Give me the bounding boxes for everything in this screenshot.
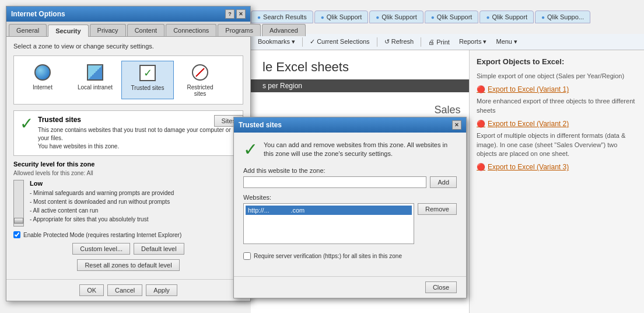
close-button[interactable]: ✕ [236, 9, 246, 19]
protected-mode-row: Enable Protected Mode (requires restarti… [13, 231, 243, 238]
trusted-titlebar-buttons: ✕ [452, 120, 461, 130]
internet-icon [33, 63, 52, 82]
level-container: Low - Minimal safeguards and warning pro… [13, 180, 243, 227]
tab-privacy[interactable]: Privacy [90, 24, 126, 36]
level-name: Low [30, 180, 243, 187]
protected-mode-checkbox[interactable] [13, 231, 20, 238]
restricted-icon [191, 63, 209, 82]
intranet-icon-shape [87, 64, 103, 81]
export-link-2[interactable]: 🔴 Export to Excel (Variant 2) [477, 120, 637, 128]
protected-mode-label: Enable Protected Mode (requires restarti… [23, 232, 181, 238]
level-text: Low - Minimal safeguards and warning pro… [30, 180, 243, 224]
trusted-info-container: ✓ Trusted sites This zone contains websi… [13, 110, 243, 156]
dialog-tab-bar: General Security Privacy Content Connect… [6, 22, 250, 37]
require-https-checkbox[interactable] [243, 252, 251, 260]
custom-level-button[interactable]: Custom level... [72, 243, 130, 255]
tab-connections[interactable]: Connections [166, 24, 216, 36]
trusted-sites-titlebar: Trusted sites ✕ [234, 117, 466, 133]
export-link-1[interactable]: 🔴 Export to Excel (Variant 1) [477, 85, 637, 93]
tab-programs[interactable]: Programs [218, 24, 261, 36]
security-level-title: Security level for this zone [13, 161, 243, 168]
apply-button[interactable]: Apply [146, 284, 177, 296]
allowed-label: Allowed levels for this zone: All [13, 170, 243, 176]
zone-local-intranet[interactable]: Local intranet [69, 61, 121, 99]
menu-button[interactable]: Menu ▾ [492, 37, 521, 46]
security-slider[interactable] [13, 180, 24, 227]
chart-label: Sales [434, 104, 460, 116]
websites-list[interactable]: http://... .com [243, 203, 414, 244]
browser-tab-bar: ● Search Results ● Qlik Support ● Qlik S… [251, 11, 590, 23]
level-bullet-2: - Most content is downloaded and run wit… [30, 197, 243, 206]
help-button[interactable]: ? [225, 9, 235, 19]
trusted-sites-dialog: Trusted sites ✕ ✓ You can add and remove… [233, 117, 467, 298]
toolbar-divider-3 [421, 37, 421, 47]
globe-icon [34, 64, 51, 81]
export-link-3[interactable]: 🔴 Export to Excel (Variant 3) [477, 163, 637, 171]
reset-all-button[interactable]: Reset all zones to default level [77, 259, 179, 271]
trusted-zone-desc2: You have websites in this zone. [38, 142, 237, 151]
add-website-input[interactable] [243, 176, 426, 188]
default-level-button[interactable]: Default level [134, 243, 184, 255]
add-website-label: Add this website to the zone: [243, 167, 457, 174]
tab-qlik-support-4[interactable]: ● Qlik Support [480, 11, 534, 23]
current-selections-button[interactable]: ✓ Current Selections [306, 37, 373, 46]
print-button[interactable]: 🖨 Print [425, 38, 453, 46]
trusted-text: Trusted sites This zone contains website… [38, 116, 237, 151]
tab-qlik-support-3[interactable]: ● Qlik Support [425, 11, 479, 23]
tab-advanced[interactable]: Advanced [262, 24, 306, 36]
toolbar-divider-2 [377, 37, 377, 47]
zone-internet[interactable]: Internet [16, 61, 69, 99]
reports-button[interactable]: Reports ▾ [456, 37, 491, 46]
tab-qlik-support-1[interactable]: ● Qlik Support [314, 11, 369, 23]
right-panel: Export Objects to Excel: Simple export o… [469, 50, 644, 313]
internet-options-dialog: Internet Options ? ✕ General Security Pr… [6, 6, 251, 301]
level-bullet-4: - Appropriate for sites that you absolut… [30, 215, 243, 224]
tab-content[interactable]: Content [127, 24, 165, 36]
add-button[interactable]: Add [430, 176, 457, 188]
tab-security[interactable]: Security [48, 25, 88, 37]
zone-intranet-label: Local intranet [78, 84, 113, 91]
level-bullet-3: - All active content can run [30, 206, 243, 215]
export-section1-desc: Simple export of one object (Sales per Y… [477, 72, 637, 81]
tab-icon-2: ● [376, 14, 379, 20]
reset-btn-row: Reset all zones to default level [13, 259, 243, 271]
internet-options-title: Internet Options [11, 10, 65, 18]
tab-search-results[interactable]: ● Search Results [251, 11, 313, 23]
level-btn-row: Custom level... Default level [13, 243, 243, 255]
zone-restricted-sites[interactable]: Restrictedsites [174, 61, 226, 99]
titlebar-buttons: ? ✕ [225, 9, 246, 19]
trusted-dialog-check-icon: ✓ [243, 141, 258, 158]
internet-options-titlebar: Internet Options ? ✕ [6, 6, 250, 22]
websites-label: Websites: [243, 194, 457, 201]
remove-button[interactable]: Remove [418, 203, 457, 215]
bookmarks-button[interactable]: Bookmarks ▾ [254, 37, 299, 46]
refresh-button[interactable]: ↺ Refresh [381, 37, 418, 46]
ok-button[interactable]: OK [79, 284, 104, 296]
trusted-close-btn[interactable]: Close [425, 281, 457, 293]
trusted-sites-title: Trusted sites [239, 121, 282, 129]
tab-qlik-support-2[interactable]: ● Qlik Support [369, 11, 424, 23]
trusted-header-row: ✓ You can add and remove websites from t… [243, 141, 457, 159]
trusted-icon: ✓ [138, 64, 157, 82]
trusted-close-button[interactable]: ✕ [452, 120, 461, 130]
export-icon-3: 🔴 [477, 163, 485, 171]
tab-general[interactable]: General [9, 24, 47, 36]
level-bullet-1: - Minimal safeguards and warning prompts… [30, 189, 243, 197]
trusted-dialog-desc: You can add and remove websites from thi… [264, 141, 457, 159]
trusted-info-box: ✓ Trusted sites This zone contains websi… [13, 110, 243, 156]
zone-trusted-sites[interactable]: ✓ Trusted sites [121, 61, 174, 99]
export-icon-2: 🔴 [477, 120, 485, 128]
intranet-icon [86, 63, 104, 82]
tab-qlik-support-5[interactable]: ● Qlik Suppo... [535, 11, 590, 23]
tab-icon-4: ● [486, 14, 489, 20]
dialog-security-content: Select a zone to view or change security… [6, 37, 250, 279]
tab-icon-3: ● [431, 14, 435, 20]
dialog-bottom-buttons: OK Cancel Apply [6, 279, 250, 301]
cancel-button[interactable]: Cancel [107, 284, 142, 296]
zones-row: Internet Local intranet ✓ Trusted sites … [13, 55, 243, 105]
zone-internet-label: Internet [33, 84, 52, 91]
trusted-zone-desc1: This zone contains websites that you tru… [38, 126, 237, 142]
website-item-0[interactable]: http://... .com [246, 206, 412, 215]
require-https-label: Require server verification (https:) for… [254, 253, 402, 259]
dialog-subtitle: Select a zone to view or change security… [13, 43, 243, 50]
